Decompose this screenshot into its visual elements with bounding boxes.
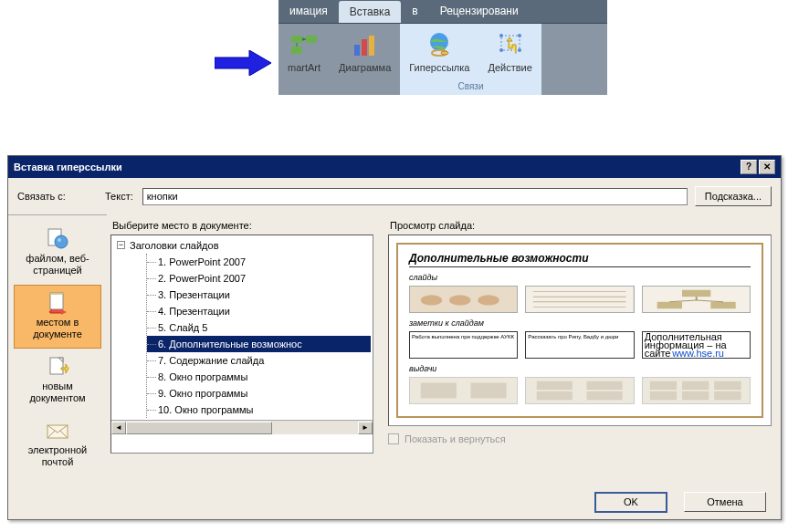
scroll-left-icon[interactable]: ◄ — [111, 422, 126, 434]
svg-rect-55 — [682, 391, 709, 400]
svg-point-27 — [421, 295, 442, 305]
scroll-track[interactable] — [126, 422, 358, 434]
tab-review[interactable]: Рецензировани — [429, 0, 530, 23]
svg-rect-3 — [291, 47, 302, 54]
tree-item[interactable]: 5. Слайд 5 — [147, 319, 371, 336]
svg-rect-37 — [657, 302, 681, 308]
smartart-icon — [289, 30, 319, 59]
tree-item[interactable]: 7. Содержание слайда — [147, 352, 371, 369]
chart-button[interactable]: Диаграмма — [335, 27, 394, 76]
tree-item[interactable]: 9. Окно программы — [147, 385, 371, 402]
group-label-illustrations — [338, 81, 341, 93]
scroll-thumb[interactable] — [126, 422, 272, 434]
smartart-button[interactable]: martArt — [284, 27, 324, 76]
tab-insert[interactable]: Вставка — [339, 1, 402, 23]
tree-item[interactable]: 6. Дополнительные возможнос — [147, 336, 371, 352]
svg-rect-48 — [537, 391, 573, 400]
sidebar-item-file-web[interactable]: файлом, веб-страницей — [14, 221, 101, 285]
svg-rect-6 — [362, 39, 367, 56]
globe-icon — [425, 30, 454, 59]
tree-item[interactable]: 4. Презентации — [147, 303, 371, 319]
chart-icon — [351, 30, 380, 59]
ribbon-group-links: Гиперссылка Действие Связи — [400, 24, 541, 95]
arrow-pointer — [215, 50, 271, 76]
slide-row-3 — [409, 377, 751, 404]
tree-root[interactable]: − Заголовки слайдов 1. PowerPoint 20072.… — [117, 237, 371, 418]
help-button[interactable]: ? — [741, 160, 757, 174]
text-label: Текст: — [105, 191, 133, 202]
slide-section-handouts: выдачи — [409, 364, 751, 373]
svg-rect-53 — [714, 381, 741, 390]
slide-thumb-2 — [525, 286, 634, 313]
sidebar-label-new-doc: новым документом — [18, 381, 97, 404]
tab-animation[interactable]: имация — [278, 0, 339, 23]
action-label: Действие — [488, 62, 531, 73]
sidebar-label-file-web: файлом, веб-страницей — [18, 253, 97, 276]
svg-rect-20 — [50, 293, 63, 309]
svg-rect-43 — [421, 383, 457, 399]
tree-item[interactable]: 2. PowerPoint 2007 — [147, 270, 371, 287]
tree-view[interactable]: − Заголовки слайдов 1. PowerPoint 20072.… — [110, 235, 373, 454]
slide-handout-3 — [642, 377, 751, 404]
main-area: Выберите место в документе: − Заголовки … — [107, 214, 781, 485]
svg-point-15 — [518, 48, 521, 52]
preview-box: Дополнительные возможности слайды — [388, 235, 772, 426]
titlebar: Вставка гиперссылки ? ✕ — [8, 156, 781, 178]
slide-textbox-1: Работа выполнена при поддержке АУКК — [409, 331, 518, 359]
show-return-checkbox — [388, 433, 399, 444]
svg-rect-47 — [587, 381, 623, 390]
ribbon-body: martArt Диаграмма Гиперссылка — [278, 24, 607, 95]
svg-rect-7 — [369, 36, 374, 56]
svg-point-18 — [55, 235, 68, 248]
svg-point-13 — [518, 34, 521, 37]
smartart-label: martArt — [288, 62, 320, 73]
svg-point-12 — [499, 34, 503, 37]
cancel-button[interactable]: Отмена — [684, 492, 766, 512]
action-button[interactable]: Действие — [484, 27, 535, 76]
tree-root-label: Заголовки слайдов — [130, 240, 219, 251]
sidebar-label-email: электронной почтой — [18, 444, 97, 468]
sidebar: файлом, веб-страницей местом в документе… — [8, 214, 107, 485]
svg-rect-2 — [306, 36, 317, 43]
tree-item[interactable]: 8. Окно программы — [147, 369, 371, 385]
tree-item[interactable]: 3. Презентации — [147, 287, 371, 303]
text-input[interactable] — [142, 188, 688, 205]
sidebar-item-place-doc[interactable]: местом в документе — [14, 285, 101, 349]
link-to-label: Связать с: — [17, 191, 98, 202]
email-icon — [45, 419, 70, 443]
tree-label: Выберите место в документе: — [112, 220, 373, 231]
ok-button[interactable]: OK — [594, 492, 667, 513]
tree-column: Выберите место в документе: − Заголовки … — [110, 218, 373, 481]
slide-thumb-1 — [409, 286, 518, 313]
sidebar-label-place-doc: местом в документе — [18, 317, 97, 340]
tip-button[interactable]: Подсказка... — [695, 186, 772, 206]
new-doc-icon — [45, 355, 70, 379]
hyperlink-label: Гиперссылка — [409, 62, 469, 73]
svg-marker-0 — [215, 50, 271, 76]
tab-v[interactable]: в — [401, 0, 428, 23]
sidebar-item-new-doc[interactable]: новым документом — [14, 349, 101, 412]
sidebar-item-email[interactable]: электронной почтой — [14, 412, 101, 476]
tree-item[interactable]: 1. PowerPoint 2007 — [147, 254, 371, 270]
close-button[interactable]: ✕ — [759, 160, 775, 174]
horizontal-scrollbar[interactable]: ◄ ► — [111, 420, 373, 434]
slide-textbox-3: Дополнительная информация – на сайте www… — [642, 331, 751, 359]
hyperlink-dialog: Вставка гиперссылки ? ✕ Связать с: Текст… — [7, 155, 782, 520]
collapse-icon[interactable]: − — [117, 241, 125, 249]
slide-section-slides: слайды — [409, 273, 751, 282]
svg-rect-30 — [526, 287, 633, 312]
svg-rect-1 — [291, 36, 302, 43]
show-return-label: Показать и вернуться — [405, 433, 506, 444]
scroll-right-icon[interactable]: ► — [358, 422, 373, 434]
ribbon-tabs: имация Вставка в Рецензировани — [278, 0, 607, 24]
slide-handout-2 — [525, 377, 634, 404]
tree-item[interactable]: 10. Окно программы — [147, 402, 371, 418]
dialog-title: Вставка гиперссылки — [14, 162, 739, 172]
hyperlink-button[interactable]: Гиперссылка — [405, 27, 473, 76]
svg-marker-4 — [302, 37, 306, 41]
slide-title: Дополнительные возможности — [409, 252, 751, 267]
show-return-row: Показать и вернуться — [388, 433, 772, 444]
svg-point-10 — [441, 51, 448, 55]
svg-rect-5 — [354, 45, 360, 56]
file-web-icon — [45, 227, 70, 251]
